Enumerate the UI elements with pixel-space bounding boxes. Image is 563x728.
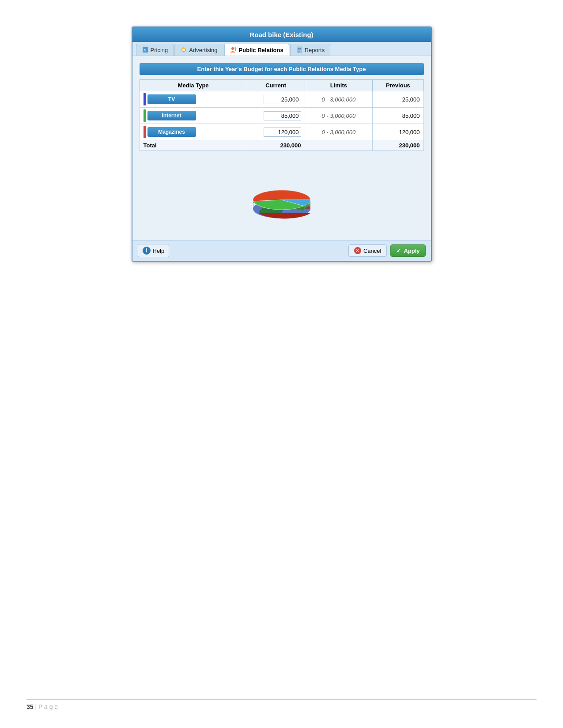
main-dialog: Road bike (Existing) $ Pricing: [132, 26, 432, 262]
media-label-cell-internet: Internet: [140, 108, 247, 124]
col-header-limits: Limits: [305, 80, 373, 91]
tv-limits: 0 - 3,000,000: [322, 96, 356, 103]
footer-buttons: ✕ Cancel ✓ Apply: [348, 244, 426, 257]
media-label-cell-tv: TV: [140, 91, 247, 108]
tab-public-relations[interactable]: Public Relations: [224, 44, 289, 56]
internet-color-bar: [144, 109, 146, 122]
magazines-color-bar: [144, 126, 146, 138]
pricing-icon: $: [142, 46, 149, 53]
total-label: Total: [140, 140, 247, 151]
tv-previous-cell: 25,000: [373, 91, 423, 108]
budget-table: Media Type Current Limits Previous TV: [140, 79, 424, 151]
apply-icon: ✓: [396, 247, 401, 254]
tab-advertising-label: Advertising: [189, 47, 217, 53]
total-limits-empty: [305, 140, 373, 151]
page-number: 35 | P a g e: [26, 699, 537, 710]
table-row: TV 0 - 3,000,000 25,000: [140, 91, 423, 108]
table-row: Magazines 0 - 3,000,000 120,000: [140, 124, 423, 140]
magazines-previous: 120,000: [399, 129, 420, 135]
col-header-previous: Previous: [373, 80, 423, 91]
magazines-button[interactable]: Magazines: [147, 127, 196, 137]
dialog-body: Enter this Year's Budget for each Public…: [132, 56, 431, 240]
help-label: Help: [153, 248, 165, 254]
dialog-title: Road bike (Existing): [249, 31, 313, 38]
cancel-button[interactable]: ✕ Cancel: [348, 244, 387, 257]
col-header-current: Current: [247, 80, 305, 91]
svg-point-3: [182, 49, 185, 51]
dialog-footer: i Help ✕ Cancel ✓ Apply: [132, 240, 431, 261]
tv-current-cell: [247, 91, 305, 108]
tab-bar: $ Pricing Advertising: [132, 42, 431, 56]
page-suffix: | P a g e: [35, 703, 58, 710]
internet-button[interactable]: Internet: [147, 111, 196, 120]
svg-point-5: [234, 47, 236, 49]
total-previous: 230,000: [373, 140, 423, 151]
help-icon: i: [143, 247, 151, 255]
tab-advertising[interactable]: Advertising: [174, 44, 223, 56]
internet-current-input[interactable]: [264, 111, 301, 120]
magazines-limits-cell: 0 - 3,000,000: [305, 124, 373, 140]
internet-previous: 85,000: [402, 113, 420, 119]
internet-current-cell: [247, 108, 305, 124]
total-current: 230,000: [247, 140, 305, 151]
tab-reports[interactable]: Reports: [290, 44, 331, 56]
advertising-icon: [180, 46, 187, 53]
tv-color-bar: [144, 93, 146, 105]
internet-previous-cell: 85,000: [373, 108, 423, 124]
help-button[interactable]: i Help: [138, 244, 170, 257]
tab-pricing[interactable]: $ Pricing: [136, 44, 174, 56]
pr-icon: [230, 46, 237, 53]
tab-pricing-label: Pricing: [151, 47, 168, 53]
chart-area: [140, 158, 424, 233]
magazines-current-cell: [247, 124, 305, 140]
magazines-previous-cell: 120,000: [373, 124, 423, 140]
internet-limits: 0 - 3,000,000: [322, 113, 356, 119]
internet-limits-cell: 0 - 3,000,000: [305, 108, 373, 124]
apply-button[interactable]: ✓ Apply: [390, 244, 425, 257]
media-label-cell-magazines: Magazines: [140, 124, 247, 140]
pie-chart: [242, 167, 321, 229]
tv-limits-cell: 0 - 3,000,000: [305, 91, 373, 108]
tab-reports-label: Reports: [305, 47, 325, 53]
apply-label: Apply: [404, 248, 419, 254]
tv-button[interactable]: TV: [147, 94, 196, 104]
cancel-label: Cancel: [363, 248, 381, 254]
col-header-media: Media Type: [140, 80, 247, 91]
svg-text:$: $: [144, 48, 146, 52]
cancel-icon: ✕: [354, 247, 361, 254]
dialog-titlebar: Road bike (Existing): [132, 27, 431, 42]
tv-previous: 25,000: [402, 96, 420, 103]
svg-point-4: [231, 47, 234, 50]
total-row: Total 230,000 230,000: [140, 140, 423, 151]
table-row: Internet 0 - 3,000,000 85,000: [140, 108, 423, 124]
magazines-current-input[interactable]: [264, 128, 301, 137]
page-number-value: 35: [26, 703, 34, 710]
tab-pr-label: Public Relations: [239, 47, 283, 53]
magazines-limits: 0 - 3,000,000: [322, 129, 356, 135]
section-header: Enter this Year's Budget for each Public…: [140, 63, 424, 75]
tv-current-input[interactable]: [264, 95, 301, 104]
reports-icon: [296, 46, 303, 53]
